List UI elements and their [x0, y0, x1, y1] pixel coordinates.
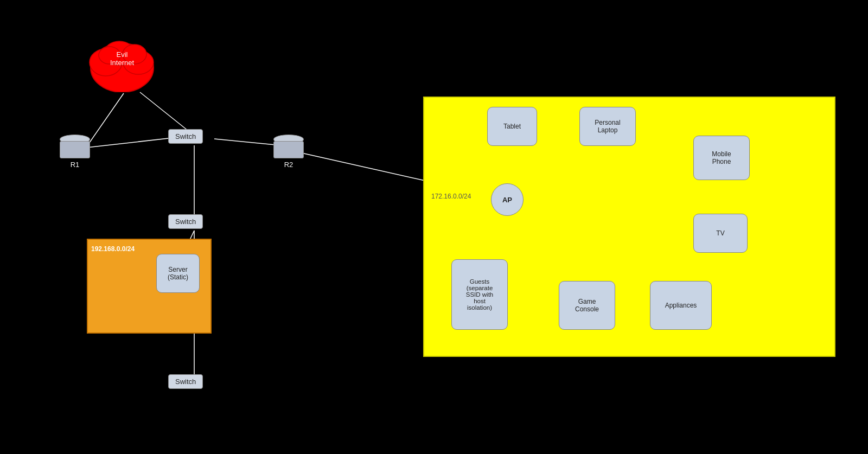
diagram-container: Evil Internet R1 R2 Switch Switch Switch…	[0, 0, 868, 454]
svg-line-0	[87, 93, 124, 146]
svg-point-20	[99, 47, 120, 64]
server-node: Server(Static)	[156, 254, 200, 293]
switch-2: Switch	[168, 214, 203, 229]
router-r2: R2	[273, 135, 304, 169]
device-guests: Guests(separateSSID withhostisolation)	[451, 259, 508, 330]
server-box: Server(Static)	[156, 254, 200, 293]
switch-3: Switch	[168, 374, 203, 389]
device-appliances: Appliances	[650, 281, 712, 330]
device-tv: TV	[693, 214, 748, 253]
cloud-svg	[87, 33, 157, 92]
device-mobile-phone: MobilePhone	[693, 136, 750, 180]
router-r2-cylinder	[273, 135, 304, 158]
internet-cloud	[87, 33, 157, 92]
router-r1-label: R1	[71, 161, 80, 169]
device-tablet: Tablet	[487, 107, 537, 146]
device-game-console: GameConsole	[559, 281, 615, 330]
svg-point-19	[123, 44, 146, 64]
router-r1-cylinder	[60, 135, 90, 158]
switch-1: Switch	[168, 129, 203, 144]
ap-node: AP	[491, 183, 524, 216]
router-r2-label: R2	[284, 161, 293, 169]
device-personal-laptop: PersonalLaptop	[579, 107, 636, 146]
router-r1: R1	[60, 135, 90, 169]
